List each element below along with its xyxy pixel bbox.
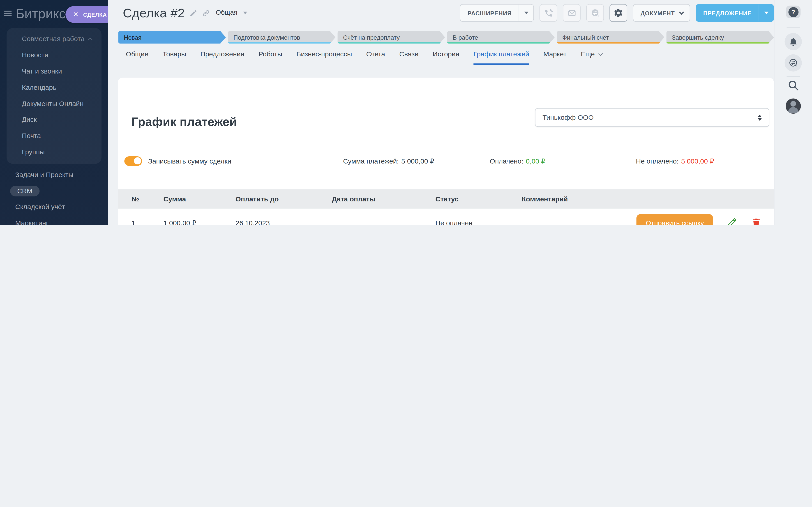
- payment-provider-select[interactable]: Тинькофф ООО: [535, 108, 770, 127]
- page-title: Сделка #2: [123, 6, 185, 20]
- chevron-down-icon: [598, 51, 603, 55]
- sidebar-item-disk[interactable]: Диск: [7, 112, 102, 128]
- payment-schedule-card: График платежей Тинькофф ООО Записывать …: [118, 77, 774, 225]
- dropdown-arrow-icon: [764, 12, 768, 14]
- col-due: Оплатить до: [235, 195, 332, 203]
- sidebar-item-calendar[interactable]: Календарь: [7, 79, 102, 96]
- tab-quotes[interactable]: Предложения: [200, 50, 244, 65]
- extensions-button[interactable]: РАСШИРЕНИЯ: [460, 4, 534, 22]
- sidebar-item-tasks-projects[interactable]: Задачи и Проекты: [0, 167, 108, 183]
- payments-table: № Сумма Оплатить до Дата оплаты Статус К…: [118, 189, 774, 225]
- document-label: ДОКУМЕНТ: [641, 10, 675, 16]
- tab-invoices[interactable]: Счета: [366, 50, 385, 65]
- bitrix24-app: Битрикс 24 ✕ СДЕЛКА Совместная работа Но…: [0, 0, 812, 225]
- stage-close-deal[interactable]: Завершить сделку: [666, 31, 774, 44]
- settings-button[interactable]: [610, 4, 628, 22]
- dropdown-arrow-icon: [524, 12, 528, 14]
- deal-tabs: Общие Товары Предложения Роботы Бизнес-п…: [126, 50, 601, 66]
- sidebar-item-crm[interactable]: CRM: [10, 186, 40, 196]
- help-button[interactable]: ?: [786, 6, 801, 18]
- call-button[interactable]: [539, 4, 557, 22]
- chat-exchange-icon: [788, 58, 798, 68]
- email-button[interactable]: [563, 4, 581, 22]
- sidebar-item-groups[interactable]: Группы: [7, 144, 102, 160]
- record-deal-sum-toggle[interactable]: [124, 156, 142, 166]
- extensions-label[interactable]: РАСШИРЕНИЯ: [460, 4, 519, 21]
- sidebar: Битрикс 24 ✕ СДЕЛКА Совместная работа Но…: [0, 0, 108, 225]
- chat-exchange-icon: [590, 8, 600, 18]
- sidebar-item-documents-online[interactable]: Документы Онлайн: [7, 96, 102, 112]
- extensions-dropdown[interactable]: [519, 4, 533, 21]
- stage-prepayment-invoice[interactable]: Счёт на предоплату: [337, 31, 445, 44]
- question-icon: ?: [788, 7, 798, 17]
- unpaid-total: Не оплачено:5 000,00 ₽: [636, 152, 714, 170]
- payment-provider-value: Тинькофф ООО: [542, 114, 594, 121]
- edit-title-icon[interactable]: [189, 9, 197, 17]
- payments-table-header: № Сумма Оплатить до Дата оплаты Статус К…: [118, 189, 774, 209]
- phone-icon: [544, 8, 553, 17]
- tab-products[interactable]: Товары: [163, 50, 186, 65]
- user-avatar[interactable]: [786, 99, 801, 114]
- pipeline-stages: Новая Подготовка документов Счёт на пред…: [118, 31, 774, 44]
- proposal-label[interactable]: ПРЕДЛОЖЕНИЕ: [696, 4, 759, 21]
- stage-document-preparation[interactable]: Подготовка документов: [228, 31, 335, 44]
- category-dropdown-icon[interactable]: [243, 12, 247, 14]
- sidebar-item-chat-calls[interactable]: Чат и звонки: [7, 63, 102, 79]
- pipeline-category[interactable]: Общая: [216, 9, 237, 17]
- search-button[interactable]: [787, 79, 799, 91]
- proposal-button[interactable]: ПРЕДЛОЖЕНИЕ: [696, 4, 774, 22]
- proposal-dropdown[interactable]: [759, 4, 773, 21]
- header-buttons: РАСШИРЕНИЯ ДОКУМЕНТ: [460, 4, 774, 22]
- link-icon[interactable]: [202, 9, 210, 17]
- document-button[interactable]: ДОКУМЕНТ: [633, 4, 690, 22]
- stage-in-progress[interactable]: В работе: [447, 31, 555, 44]
- sidebar-mid-list: Задачи и Проекты CRM Складской учёт Марк…: [0, 167, 108, 225]
- col-number: №: [131, 195, 164, 203]
- col-paid-date: Дата оплаты: [332, 195, 436, 203]
- payment-summary: Записывать сумму сделки Сумма платежей:5…: [118, 152, 774, 170]
- payment-schedule-title: График платежей: [131, 115, 237, 129]
- paid-total: Оплачено:0,00 ₽: [490, 152, 545, 170]
- page-header: Сделка #2 Общая РАСШИРЕНИЯ: [108, 0, 774, 29]
- select-spinner-icon: [758, 114, 762, 120]
- sidebar-item-mail[interactable]: Почта: [7, 128, 102, 144]
- edit-payment-icon[interactable]: [726, 217, 738, 225]
- delete-payment-icon[interactable]: [751, 217, 762, 225]
- tab-market[interactable]: Маркет: [543, 50, 567, 65]
- deal-badge-label: СДЕЛКА: [83, 11, 107, 17]
- main-content: Сделка #2 Общая РАСШИРЕНИЯ: [108, 0, 774, 225]
- table-row: 11 000,00 ₽26.10.2023 Не оплачен Отправи…: [118, 209, 774, 225]
- bell-icon: [788, 37, 798, 47]
- envelope-icon: [567, 8, 577, 17]
- tab-general[interactable]: Общие: [126, 50, 149, 65]
- chevron-down-icon: [679, 10, 684, 15]
- stage-new[interactable]: Новая: [118, 31, 226, 44]
- sidebar-group-collaboration: Совместная работа Новости Чат и звонки К…: [7, 28, 102, 164]
- sidebar-item-inventory[interactable]: Складской учёт: [0, 199, 108, 215]
- sidebar-group-header-collaboration[interactable]: Совместная работа: [7, 31, 102, 47]
- tab-business-processes[interactable]: Бизнес-процессы: [296, 50, 352, 65]
- close-icon[interactable]: ✕: [73, 11, 79, 18]
- exchange-button[interactable]: [586, 4, 604, 22]
- tab-history[interactable]: История: [432, 50, 459, 65]
- tab-robots[interactable]: Роботы: [258, 50, 282, 65]
- deal-badge[interactable]: ✕ СДЕЛКА: [65, 6, 108, 23]
- toggle-label: Записывать сумму сделки: [148, 157, 231, 165]
- payments-total: Сумма платежей:5 000,00 ₽: [343, 152, 434, 170]
- tab-payment-schedule[interactable]: График платежей: [473, 50, 529, 65]
- tab-more[interactable]: Еще: [581, 50, 601, 65]
- menu-toggle-icon[interactable]: [4, 11, 12, 16]
- col-sum: Сумма: [164, 195, 236, 203]
- tab-relations[interactable]: Связи: [399, 50, 418, 65]
- stage-final-invoice[interactable]: Финальный счёт: [557, 31, 664, 44]
- messenger-button[interactable]: [785, 54, 802, 72]
- gear-icon: [614, 8, 624, 18]
- sidebar-item-marketing[interactable]: Маркетинг: [0, 215, 108, 225]
- notifications-button[interactable]: [785, 33, 802, 50]
- chevron-up-icon: [88, 38, 92, 42]
- right-toolbar: ?: [774, 0, 812, 225]
- search-icon: [787, 79, 799, 91]
- col-status: Статус: [436, 195, 522, 203]
- sidebar-item-news[interactable]: Новости: [7, 47, 102, 63]
- send-link-button[interactable]: Отправить ссылку: [637, 214, 713, 226]
